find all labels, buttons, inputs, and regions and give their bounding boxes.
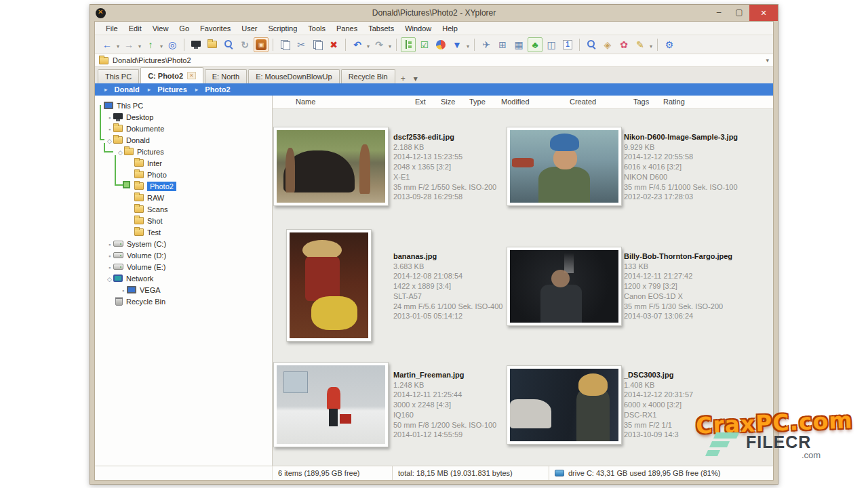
tiles-view-icon[interactable]: ⊞ — [495, 37, 510, 52]
redo-icon[interactable]: ↷ — [372, 37, 387, 52]
color-filter-icon[interactable]: ✿ — [616, 37, 631, 52]
configuration-icon[interactable]: ⚙ — [662, 37, 677, 52]
column-size[interactable]: Size — [441, 98, 455, 106]
tab-this-pc[interactable]: This PC — [98, 69, 139, 83]
paint-roller-dropdown[interactable] — [648, 39, 654, 51]
hotlist-icon[interactable]: ◎ — [165, 37, 180, 52]
file-thumbnail[interactable] — [507, 365, 622, 445]
forward-icon[interactable]: → — [121, 37, 136, 52]
column-type[interactable]: Type — [469, 98, 486, 106]
dual-pane-icon[interactable]: ◫ — [544, 37, 559, 52]
tree-item-this-pc[interactable]: This PC — [95, 100, 272, 111]
visual-filter-icon[interactable]: ▼ — [450, 37, 465, 52]
forward-dropdown[interactable] — [137, 39, 142, 51]
pane-one-icon[interactable]: 1 — [560, 37, 575, 52]
tree-item-photo2[interactable]: Photo2 — [95, 180, 272, 192]
tab-c-photo2[interactable]: C: Photo2✕ — [140, 67, 203, 83]
file-metadata[interactable]: Billy-Bob-Thornton-Fargo.jpeg 133 KB2014… — [624, 251, 732, 321]
tree-item-system-c[interactable]: System (C:) — [95, 238, 272, 249]
undo-dropdown[interactable] — [366, 39, 371, 51]
find-files-icon[interactable] — [221, 37, 236, 52]
collapse-icon[interactable] — [117, 148, 124, 156]
maximize-button[interactable]: ▢ — [729, 5, 749, 20]
tree-item-volume-d[interactable]: Volume (D:) — [95, 249, 272, 261]
breadcrumb-donald[interactable]: Donald — [100, 85, 144, 94]
up-icon[interactable]: ↑ — [143, 37, 158, 52]
details-view-icon[interactable]: ▦ — [511, 37, 526, 52]
menu-view[interactable]: View — [147, 23, 174, 34]
redo-dropdown[interactable] — [387, 39, 393, 51]
tree-item-dokumente[interactable]: Dokumente — [95, 123, 272, 134]
expand-icon[interactable] — [106, 113, 113, 121]
column-modified[interactable]: Modified — [501, 98, 530, 106]
file-thumbnail[interactable] — [273, 127, 389, 206]
column-name[interactable]: Name — [296, 98, 315, 106]
delete-icon[interactable]: ✖ — [326, 37, 341, 52]
folder-size-pie-icon[interactable] — [433, 37, 448, 52]
column-tags[interactable]: Tags — [633, 98, 649, 106]
menu-file[interactable]: File — [100, 23, 123, 34]
file-thumbnail[interactable] — [286, 229, 372, 342]
tab-e-north[interactable]: E: North — [205, 69, 247, 83]
breadcrumb-pictures[interactable]: Pictures — [144, 85, 191, 94]
file-metadata[interactable]: _DSC3003.jpg 1.408 KB2014-12-12 20:31:57… — [624, 370, 693, 440]
expand-icon[interactable] — [106, 251, 113, 260]
paint-roller-icon[interactable]: ✎ — [633, 37, 648, 52]
tree-item-inter[interactable]: Inter — [95, 157, 272, 169]
undo-icon[interactable]: ↶ — [350, 37, 365, 52]
tab-e-mousedownblowup[interactable]: E: MouseDownBlowUp — [248, 69, 340, 83]
menu-panes[interactable]: Panes — [331, 23, 363, 34]
menu-go[interactable]: Go — [174, 23, 195, 34]
minitree-icon[interactable] — [189, 37, 203, 52]
tab-list-button[interactable]: ▾ — [410, 74, 422, 83]
menu-help[interactable]: Help — [437, 23, 463, 34]
recent-locations-icon[interactable]: ↻ — [237, 37, 252, 52]
file-thumbnail[interactable] — [507, 247, 622, 326]
tree-item-network[interactable]: Network — [95, 272, 272, 284]
mouse-down-blow-up-icon[interactable]: ▣ — [254, 37, 269, 52]
tag-icon[interactable]: ◈ — [600, 37, 615, 52]
tree-item-pictures[interactable]: Pictures — [95, 146, 272, 157]
tree-item-raw[interactable]: RAW — [95, 192, 272, 203]
address-input[interactable]: Donald\Pictures\Photo2 — [113, 56, 762, 64]
menu-tabsets[interactable]: Tabsets — [363, 23, 399, 34]
back-dropdown[interactable] — [115, 39, 121, 51]
column-rating[interactable]: Rating — [663, 98, 685, 106]
live-filter-icon[interactable] — [584, 37, 599, 52]
expand-icon[interactable] — [106, 125, 113, 133]
file-metadata[interactable]: Martin_Freeman.jpg 1.248 KB2014-12-11 21… — [393, 370, 496, 440]
menu-user[interactable]: User — [236, 23, 262, 34]
expand-icon[interactable] — [106, 263, 113, 271]
visual-filter-dropdown[interactable] — [465, 39, 471, 51]
tree-item-donald[interactable]: Donald — [95, 134, 272, 146]
new-folder-icon[interactable] — [205, 37, 220, 52]
send-icon[interactable]: ✈ — [479, 37, 494, 52]
tree-item-recycle-bin[interactable]: Recycle Bin — [95, 296, 272, 307]
file-metadata[interactable]: Nikon-D600-Image-Sample-3.jpg 9.929 KB20… — [624, 132, 738, 202]
expand-icon[interactable] — [119, 286, 127, 294]
tree-item-vega[interactable]: VEGA — [95, 284, 272, 296]
back-icon[interactable]: ← — [100, 37, 115, 52]
file-metadata[interactable]: bananas.jpg 3.683 KB2014-12-08 21:08:54 … — [393, 251, 502, 321]
file-thumbnail[interactable] — [273, 362, 389, 447]
cut-icon[interactable]: ✂ — [294, 37, 309, 52]
address-bar[interactable]: Donald\Pictures\Photo2 ▾ — [95, 54, 773, 67]
paste-icon[interactable] — [310, 37, 325, 52]
tree-item-volume-e[interactable]: Volume (E:) — [95, 261, 272, 272]
file-metadata[interactable]: dscf2536-edit.jpg 2.188 KB2014-12-13 15:… — [393, 132, 496, 202]
new-tab-button[interactable]: + — [397, 74, 410, 83]
column-created[interactable]: Created — [570, 98, 596, 106]
minimize-button[interactable]: – — [709, 5, 729, 20]
tree-item-photo[interactable]: Photo — [95, 169, 272, 180]
up-dropdown[interactable] — [159, 39, 164, 51]
tree-item-test[interactable]: Test — [95, 226, 272, 238]
tab-recycle-bin[interactable]: Recycle Bin — [341, 69, 395, 83]
address-dropdown-icon[interactable]: ▾ — [766, 57, 769, 64]
menu-scripting[interactable]: Scripting — [263, 23, 303, 34]
show-tree-icon[interactable]: ♣ — [528, 37, 542, 52]
tab-close-icon[interactable]: ✕ — [187, 72, 196, 79]
close-button[interactable]: ✕ — [749, 5, 778, 21]
tree-path-tracing-icon[interactable] — [401, 37, 416, 52]
menu-tools[interactable]: Tools — [302, 23, 331, 34]
breadcrumb-photo2[interactable]: Photo2 — [191, 85, 235, 94]
